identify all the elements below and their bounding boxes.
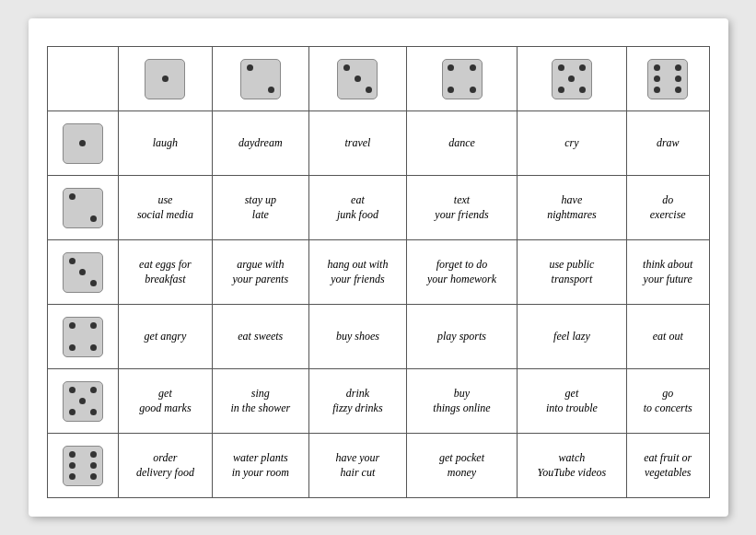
cell-text-r5-c6: goto concerts — [644, 387, 692, 414]
die-1 — [145, 59, 185, 99]
cell-text-r4-c4: play sports — [437, 330, 486, 343]
cell-r2-c1: usesocial media — [118, 176, 212, 240]
cell-text-r3-c5: use publictransport — [549, 258, 594, 285]
col-header-2 — [213, 47, 309, 111]
col-header-3 — [308, 47, 407, 111]
cell-r2-c6: doexercise — [626, 176, 709, 240]
cell-r2-c5: havenightmares — [517, 176, 626, 240]
cell-text-r5-c4: buythings online — [433, 387, 490, 414]
cell-r4-c1: get angry — [118, 305, 212, 369]
cell-r2-c4: textyour friends — [407, 176, 518, 240]
col-header-4 — [407, 47, 518, 111]
cell-text-r6-c2: water plantsin your room — [232, 451, 289, 479]
cell-r5-c4: buythings online — [407, 369, 518, 434]
cell-text-r2-c5: havenightmares — [547, 193, 597, 221]
cell-r5-c3: drinkfizzy drinks — [308, 369, 407, 434]
cell-text-r3-c1: eat eggs forbreakfast — [139, 258, 192, 285]
row-die-6 — [47, 434, 118, 498]
cell-r1-c2: daydream — [213, 111, 309, 176]
cell-text-r2-c4: textyour friends — [435, 193, 488, 221]
cell-r6-c4: get pocketmoney — [407, 434, 518, 498]
cell-r5-c2: singin the shower — [213, 369, 309, 434]
die-d2 — [63, 188, 103, 228]
cell-r4-c6: eat out — [626, 305, 709, 369]
cell-r6-c6: eat fruit orvegetables — [626, 434, 709, 498]
cell-r3-c6: think aboutyour future — [626, 240, 709, 305]
cell-text-r6-c5: watchYouTube videos — [538, 451, 607, 479]
cell-text-r1-c4: dance — [448, 136, 475, 149]
cell-text-r2-c1: usesocial media — [137, 193, 193, 221]
cell-text-r6-c4: get pocketmoney — [439, 451, 484, 479]
cell-r4-c5: feel lazy — [517, 305, 626, 369]
col-header-6 — [626, 47, 709, 111]
cell-text-r1-c5: cry — [564, 136, 578, 149]
cell-text-r5-c1: getgood marks — [139, 387, 191, 414]
frequency-table: laughdaydreamtraveldancecrydrawusesocial… — [47, 46, 710, 498]
cell-r1-c6: draw — [626, 111, 709, 176]
cell-r2-c3: eatjunk food — [308, 176, 407, 240]
cell-text-r6-c6: eat fruit orvegetables — [644, 451, 692, 479]
row-die-1 — [47, 111, 118, 176]
cell-text-r1-c1: laugh — [153, 136, 178, 149]
cell-r1-c5: cry — [517, 111, 626, 176]
die-d3 — [63, 252, 103, 293]
row-die-2 — [47, 176, 118, 240]
cell-text-r5-c5: getinto trouble — [546, 387, 598, 414]
die-d4 — [63, 317, 103, 357]
cell-text-r1-c2: daydream — [238, 136, 283, 149]
cell-text-r3-c2: argue withyour parents — [233, 258, 289, 285]
cell-r4-c3: buy shoes — [308, 305, 407, 369]
cell-text-r6-c3: have yourhair cut — [336, 451, 380, 479]
cell-text-r1-c3: travel — [344, 136, 370, 149]
cell-r6-c5: watchYouTube videos — [517, 434, 626, 498]
cell-r4-c4: play sports — [407, 305, 518, 369]
cell-r1-c3: travel — [308, 111, 407, 176]
cell-text-r3-c3: hang out withyour friends — [327, 258, 388, 285]
cell-text-r4-c2: eat sweets — [238, 330, 283, 343]
cell-text-r4-c5: feel lazy — [553, 330, 590, 343]
cell-r5-c1: getgood marks — [118, 369, 212, 434]
cell-r3-c4: forget to doyour homework — [407, 240, 518, 305]
cell-text-r3-c6: think aboutyour future — [643, 258, 692, 285]
cell-text-r5-c3: drinkfizzy drinks — [332, 387, 382, 414]
cell-r6-c1: orderdelivery food — [118, 434, 212, 498]
row-die-5 — [47, 369, 118, 434]
cell-text-r2-c2: stay uplate — [245, 193, 276, 221]
worksheet-card: laughdaydreamtraveldancecrydrawusesocial… — [29, 18, 728, 517]
row-die-3 — [47, 240, 118, 305]
row-die-4 — [47, 305, 118, 369]
cell-text-r2-c3: eatjunk food — [337, 193, 378, 221]
die-d5 — [63, 381, 103, 422]
cell-text-r2-c6: doexercise — [650, 193, 686, 221]
cell-text-r1-c6: draw — [657, 136, 680, 149]
cell-r4-c2: eat sweets — [213, 305, 309, 369]
die-d1 — [63, 123, 103, 164]
col-header-1 — [118, 47, 212, 111]
cell-text-r4-c6: eat out — [653, 330, 683, 343]
cell-text-r6-c1: orderdelivery food — [136, 451, 194, 479]
cell-r5-c5: getinto trouble — [517, 369, 626, 434]
cell-r1-c4: dance — [407, 111, 518, 176]
cell-text-r5-c2: singin the shower — [230, 387, 290, 414]
cell-r3-c1: eat eggs forbreakfast — [118, 240, 212, 305]
cell-r3-c3: hang out withyour friends — [308, 240, 407, 305]
cell-r5-c6: goto concerts — [626, 369, 709, 434]
cell-r3-c2: argue withyour parents — [213, 240, 309, 305]
cell-r6-c3: have yourhair cut — [308, 434, 407, 498]
cell-text-r4-c1: get angry — [145, 330, 187, 343]
cell-text-r4-c3: buy shoes — [336, 330, 379, 343]
cell-r1-c1: laugh — [118, 111, 212, 176]
col-header-5 — [517, 47, 626, 111]
die-d6 — [63, 446, 103, 486]
corner-header — [47, 47, 118, 111]
cell-r3-c5: use publictransport — [517, 240, 626, 305]
cell-r6-c2: water plantsin your room — [213, 434, 309, 498]
cell-r2-c2: stay uplate — [213, 176, 309, 240]
cell-text-r3-c4: forget to doyour homework — [427, 258, 496, 285]
